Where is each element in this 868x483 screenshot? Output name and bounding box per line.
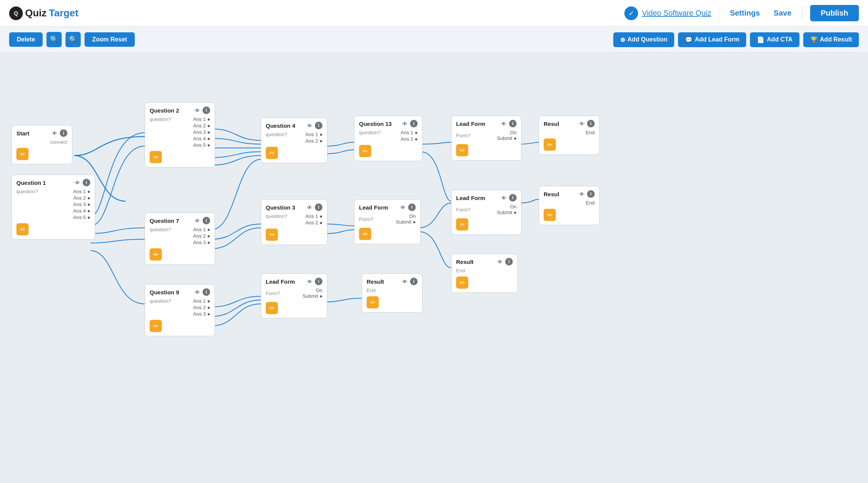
q3-eye-icon[interactable]: 👁 (307, 204, 313, 211)
q1-eye-icon[interactable]: 👁 (75, 180, 80, 186)
lf-bottom-eye-icon[interactable]: 👁 (307, 278, 313, 285)
add-cta-icon: 📄 (757, 36, 764, 43)
result-bottom-eye-icon[interactable]: 👁 (402, 278, 408, 285)
lf-mid-info-icon[interactable]: i (408, 203, 416, 211)
lf-mid-edit-button[interactable]: ✏ (359, 228, 371, 240)
lf-mid-title: Lead Form (359, 204, 388, 211)
add-result-button[interactable]: 🏆 Add Result (803, 32, 859, 47)
add-cta-button[interactable]: 📄 Add CTA (750, 32, 799, 47)
q1-edit-button[interactable]: ✏ (16, 223, 29, 235)
q1-ans1: Ans 1 ● (73, 189, 90, 194)
q3-title: Question 3 (266, 204, 295, 211)
q1-title: Question 1 (16, 180, 46, 186)
start-edit-button[interactable]: ✏ (16, 148, 29, 160)
lf-bottom-info-icon[interactable]: i (315, 278, 322, 285)
lf-mid-right-eye-icon[interactable]: 👁 (501, 195, 507, 201)
result-top-right-title: Resul (544, 121, 559, 127)
start-node: Start 👁 i connect ✏ (11, 125, 72, 164)
q4-eye-icon[interactable]: 👁 (307, 122, 313, 129)
q13-info-icon[interactable]: i (410, 120, 418, 127)
add-question-icon: ⊕ (620, 36, 625, 43)
q7-edit-button[interactable]: ✏ (150, 248, 162, 261)
add-question-button[interactable]: ⊕ Add Question (613, 32, 674, 47)
q13-eye-icon[interactable]: 👁 (402, 121, 408, 127)
lf-mid-right-title: Lead Form (456, 195, 485, 201)
q1-label: question? (16, 189, 38, 194)
save-button[interactable]: Save (771, 7, 795, 19)
lf-top-right-edit-button[interactable]: ✏ (456, 144, 468, 156)
q3-edit-button[interactable]: ✏ (266, 229, 278, 241)
lf-top-right-eye-icon[interactable]: 👁 (501, 121, 507, 127)
logo-icon: Q (9, 6, 23, 20)
zoom-out-button[interactable]: 🔍 (65, 32, 81, 47)
result-bottom-info-icon[interactable]: i (410, 278, 418, 285)
publish-button[interactable]: Publish (810, 5, 859, 21)
toolbar-right: ⊕ Add Question 💬 Add Lead Form 📄 Add CTA… (613, 32, 859, 47)
result-top-right-node: Resul 👁 i End ✏ (539, 116, 600, 155)
q3-info-icon[interactable]: i (315, 203, 322, 211)
quiz-title[interactable]: Video Software Quiz (642, 9, 711, 17)
result-bottom-edit-button[interactable]: ✏ (367, 296, 379, 308)
q1-ans5: Ans 5 ● (73, 214, 90, 220)
start-eye-icon[interactable]: 👁 (52, 130, 57, 137)
lf-bottom-edit-button[interactable]: ✏ (266, 302, 278, 314)
q9-info-icon[interactable]: i (203, 288, 210, 296)
delete-button[interactable]: Delete (9, 32, 43, 47)
header-divider2 (802, 6, 803, 21)
q9-node: Question 9 👁 i question? Ans 1 ● Ans 2 ●… (145, 284, 215, 336)
result-bottom-right-info-icon[interactable]: i (505, 258, 513, 265)
lf-top-right-node: Lead Form 👁 i Form? OnSubmit ● ✏ (451, 116, 522, 160)
result-top-right-info-icon[interactable]: i (587, 120, 595, 127)
q1-node: Question 1 👁 i question? Ans 1 ● Ans 2 ●… (11, 175, 95, 240)
settings-button[interactable]: Settings (727, 7, 763, 19)
q7-eye-icon[interactable]: 👁 (195, 218, 200, 224)
result-bottom-right-edit-button[interactable]: ✏ (456, 276, 468, 289)
start-connect: connect (16, 139, 67, 145)
result-mid-right-info-icon[interactable]: i (587, 190, 595, 198)
q9-title: Question 9 (150, 289, 179, 296)
q9-eye-icon[interactable]: 👁 (195, 289, 200, 296)
result-bottom-title: Result (367, 278, 384, 285)
add-lead-form-button[interactable]: 💬 Add Lead Form (678, 32, 746, 47)
result-top-right-eye-icon[interactable]: 👁 (579, 121, 585, 127)
result-mid-right-node: Resul 👁 i End ✏ (539, 186, 600, 225)
result-mid-right-eye-icon[interactable]: 👁 (579, 191, 585, 197)
logo-target-text: Target (49, 7, 78, 19)
header-right: ✓ Video Software Quiz Settings Save Publ… (624, 5, 859, 21)
lf-mid-node: Lead Form 👁 i Form? OnSubmit ● ✏ (354, 199, 421, 244)
q4-info-icon[interactable]: i (315, 122, 322, 129)
q2-edit-button[interactable]: ✏ (150, 151, 162, 163)
result-top-right-edit-button[interactable]: ✏ (544, 138, 556, 151)
add-lead-form-icon: 💬 (685, 36, 692, 43)
q2-eye-icon[interactable]: 👁 (195, 107, 200, 114)
q1-ans2: Ans 2 ● (73, 195, 90, 201)
lf-mid-right-edit-button[interactable]: ✏ (456, 218, 468, 230)
check-icon: ✓ (624, 6, 638, 20)
lf-mid-right-info-icon[interactable]: i (509, 194, 517, 202)
result-mid-right-edit-button[interactable]: ✏ (544, 209, 556, 221)
q2-node: Question 2 👁 i question? Ans 1 ● Ans 2 ●… (145, 102, 215, 167)
q3-node: Question 3 👁 i question? Ans 1 ● Ans 2 ●… (261, 199, 327, 245)
header: Q QuizTarget ✓ Video Software Quiz Setti… (0, 0, 868, 27)
q13-title: Question 13 (359, 121, 392, 127)
q2-info-icon[interactable]: i (203, 106, 210, 114)
q9-edit-button[interactable]: ✏ (150, 320, 162, 332)
lf-bottom-title: Lead Form (266, 278, 295, 285)
zoom-in-button[interactable]: 🔍 (46, 32, 62, 47)
logo-quiz-text: Quiz (25, 7, 46, 19)
lf-mid-right-node: Lead Form 👁 i Form? OnSubmit ● ✏ (451, 190, 522, 235)
start-info-icon[interactable]: i (60, 129, 67, 137)
lf-mid-eye-icon[interactable]: 👁 (400, 204, 406, 211)
q4-edit-button[interactable]: ✏ (266, 147, 278, 159)
q7-node: Question 7 👁 i question? Ans 1 ● Ans 2 ●… (145, 213, 215, 265)
result-bottom-right-eye-icon[interactable]: 👁 (497, 259, 503, 265)
result-bottom-right-title: Result (456, 259, 474, 265)
lf-top-right-info-icon[interactable]: i (509, 120, 517, 127)
zoom-reset-button[interactable]: Zoom Reset (85, 32, 135, 47)
q13-edit-button[interactable]: ✏ (359, 145, 371, 157)
q1-info-icon[interactable]: i (83, 179, 90, 186)
canvas[interactable]: Start 👁 i connect ✏ Question 1 👁 i quest… (0, 53, 868, 483)
add-result-icon: 🏆 (810, 36, 818, 43)
q7-info-icon[interactable]: i (203, 217, 210, 224)
toolbar: Delete 🔍 🔍 Zoom Reset ⊕ Add Question 💬 A… (0, 27, 868, 53)
